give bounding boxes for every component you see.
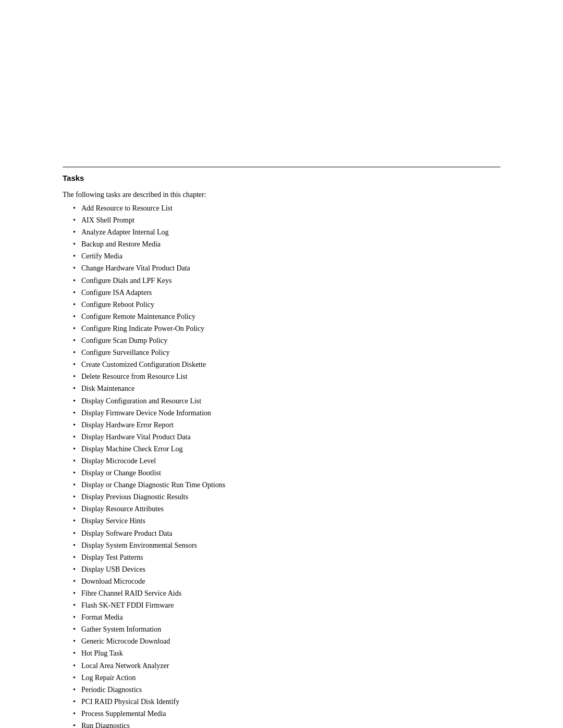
list-item: Add Resource to Resource List	[73, 202, 500, 214]
content-area: Tasks The following tasks are described …	[0, 0, 563, 728]
list-item: Display System Environmental Sensors	[73, 539, 500, 551]
list-item: Display Hardware Error Report	[73, 419, 500, 431]
list-item: Display Resource Attributes	[73, 503, 500, 515]
list-item: Hot Plug Task	[73, 647, 500, 659]
list-item: Generic Microcode Download	[73, 635, 500, 647]
list-item: Configure Surveillance Policy	[73, 347, 500, 359]
list-item: Configure Remote Maintenance Policy	[73, 311, 500, 323]
list-item: PCI RAID Physical Disk Identify	[73, 696, 500, 708]
list-item: Display Previous Diagnostic Results	[73, 491, 500, 503]
list-item: Display Hardware Vital Product Data	[73, 431, 500, 443]
list-item: Delete Resource from Resource List	[73, 371, 500, 382]
list-item: Display or Change Diagnostic Run Time Op…	[73, 479, 500, 491]
list-item: Configure Ring Indicate Power-On Policy	[73, 323, 500, 335]
list-item: Change Hardware Vital Product Data	[73, 262, 500, 274]
list-item: Configure Scan Dump Policy	[73, 335, 500, 347]
list-item: Format Media	[73, 611, 500, 623]
list-item: Periodic Diagnostics	[73, 684, 500, 696]
list-item: Disk Maintenance	[73, 382, 500, 394]
list-item: Display USB Devices	[73, 563, 500, 575]
list-item: Configure ISA Adapters	[73, 287, 500, 299]
list-item: Certify Media	[73, 250, 500, 262]
section-title: Tasks	[63, 174, 500, 182]
intro-text: The following tasks are described in thi…	[63, 191, 500, 199]
list-item: Run Diagnostics	[73, 720, 500, 728]
list-item: Log Repair Action	[73, 672, 500, 684]
list-item: Process Supplemental Media	[73, 708, 500, 720]
task-list: Add Resource to Resource ListAIX Shell P…	[73, 202, 500, 728]
list-item: Display Test Patterns	[73, 551, 500, 563]
list-item: Analyze Adapter Internal Log	[73, 226, 500, 238]
list-item: Display Machine Check Error Log	[73, 443, 500, 455]
list-item: Local Area Network Analyzer	[73, 660, 500, 672]
list-item: Download Microcode	[73, 575, 500, 587]
list-item: Create Customized Configuration Diskette	[73, 359, 500, 371]
list-item: Display Firmware Device Node Information	[73, 407, 500, 419]
list-item: Configure Reboot Policy	[73, 299, 500, 311]
list-item: Display Software Product Data	[73, 527, 500, 539]
list-item: Configure Dials and LPF Keys	[73, 275, 500, 287]
page: Tasks The following tasks are described …	[0, 0, 563, 728]
list-item: Display or Change Bootlist	[73, 467, 500, 479]
list-item: Display Configuration and Resource List	[73, 395, 500, 407]
list-item: Backup and Restore Media	[73, 238, 500, 250]
list-item: Fibre Channel RAID Service Aids	[73, 587, 500, 599]
list-item: Flash SK-NET FDDI Firmware	[73, 599, 500, 611]
section-divider	[63, 167, 500, 167]
list-item: AIX Shell Prompt	[73, 214, 500, 226]
list-item: Display Microcode Level	[73, 455, 500, 467]
list-item: Display Service Hints	[73, 515, 500, 527]
list-item: Gather System Information	[73, 623, 500, 635]
